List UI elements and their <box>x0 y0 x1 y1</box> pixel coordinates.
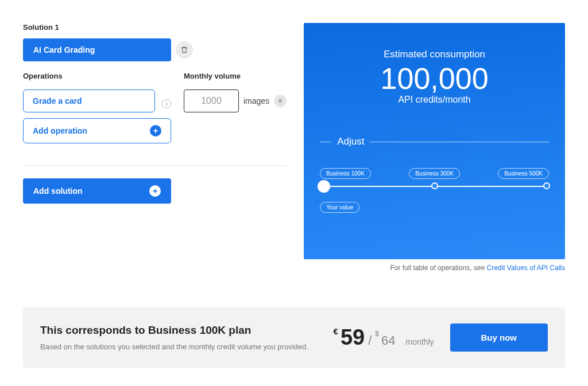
consumption-card: Estimated consumption 100,000 API credit… <box>304 23 565 259</box>
operation-select[interactable]: Grade a card <box>23 89 155 112</box>
slider-stop <box>543 182 550 189</box>
footer-note: For full table of operations, see Credit… <box>304 264 565 272</box>
delete-solution-button[interactable] <box>176 41 193 59</box>
trash-icon <box>180 46 188 54</box>
add-operation-label: Add operation <box>33 126 87 135</box>
add-operation-button[interactable]: Add operation + <box>23 118 171 143</box>
tier-badge-300k: Business 300K <box>409 168 460 179</box>
info-icon[interactable]: i <box>162 99 171 108</box>
divider <box>23 165 287 166</box>
plus-icon: + <box>149 185 161 197</box>
your-value-badge: Your value <box>320 202 359 213</box>
divider-line <box>320 142 331 142</box>
close-icon: ✕ <box>277 97 283 105</box>
operation-name: Grade a card <box>33 96 82 106</box>
footer-note-prefix: For full table of operations, see <box>390 264 486 272</box>
consumption-title: Estimated consumption <box>320 49 549 60</box>
plan-title: This corresponds to Business 100K plan <box>40 324 334 337</box>
divider-line <box>370 142 549 142</box>
plan-subtitle: Based on the solutions you selected and … <box>40 342 334 351</box>
credit-values-link[interactable]: Credit Values of API Calls <box>486 264 565 272</box>
buy-now-button[interactable]: Buy now <box>450 323 548 352</box>
monthly-volume-label: Monthly volume <box>184 72 287 80</box>
eur-price: 59 <box>341 325 365 350</box>
price-block: € 59 / $ 64 monthly <box>334 325 434 350</box>
solution-label: Solution 1 <box>23 23 287 32</box>
eur-symbol: € <box>334 326 338 336</box>
price-slash: / <box>368 333 372 348</box>
usd-symbol: $ <box>375 330 379 338</box>
plus-icon: + <box>150 125 161 137</box>
adjust-label: Adjust <box>337 136 364 147</box>
volume-input[interactable] <box>184 89 239 112</box>
operations-label: Operations <box>23 72 171 80</box>
add-solution-label: Add solution <box>33 186 83 196</box>
slider-stop <box>431 182 438 189</box>
solution-select[interactable]: AI Card Grading <box>23 38 171 61</box>
clear-volume-button[interactable]: ✕ <box>274 95 287 107</box>
consumption-value: 100,000 <box>320 61 549 96</box>
plan-summary-strip: This corresponds to Business 100K plan B… <box>23 307 565 368</box>
volume-unit: images <box>243 96 269 106</box>
usd-price: 64 <box>381 333 395 348</box>
add-solution-button[interactable]: Add solution + <box>23 178 171 204</box>
tier-badge-500k: Business 500K <box>498 168 549 179</box>
slider-handle[interactable] <box>318 180 330 193</box>
tier-slider[interactable] <box>320 186 549 187</box>
tier-badge-100k: Business 100K <box>320 168 371 179</box>
billing-period: monthly <box>405 337 434 346</box>
consumption-unit: API credits/month <box>320 95 549 105</box>
